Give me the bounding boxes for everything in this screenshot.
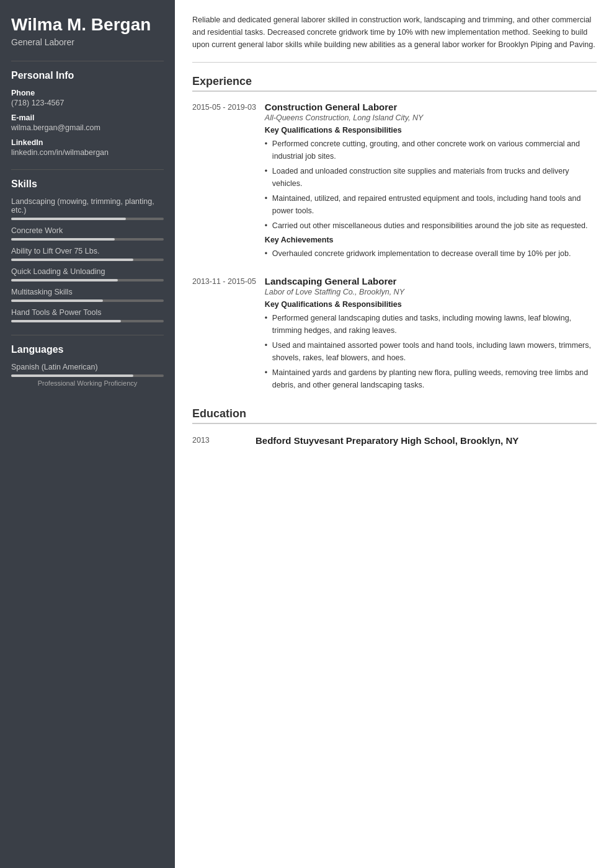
linkedin-value: linkedin.com/in/wilmabergan <box>11 148 164 157</box>
personal-info-heading: Personal Info <box>11 70 164 81</box>
divider-personal <box>11 61 164 61</box>
education-list: 2013Bedford Stuyvesant Preparatory High … <box>192 434 597 447</box>
exp-qualification-item: Carried out other miscellaneous duties a… <box>265 219 597 232</box>
edu-school: Bedford Stuyvesant Preparatory High Scho… <box>256 434 518 447</box>
summary-text: Reliable and dedicated general laborer s… <box>192 14 597 51</box>
edu-date: 2013 <box>192 434 247 447</box>
exp-qualifications-list: Performed general landscaping duties and… <box>265 312 597 391</box>
experience-heading: Experience <box>192 75 597 92</box>
exp-qualification-item: Performed general landscaping duties and… <box>265 312 597 337</box>
candidate-name: Wilma M. Bergan <box>11 15 164 35</box>
personal-info-section: Personal Info Phone (718) 123-4567 E-mai… <box>11 70 164 157</box>
exp-qualifications-label: Key Qualifications & Responsibilities <box>265 300 597 309</box>
phone-value: (718) 123-4567 <box>11 99 164 107</box>
exp-achievement-item: Overhauled concrete gridwork implementat… <box>265 247 597 260</box>
email-label: E-mail <box>11 113 164 122</box>
sidebar: Wilma M. Bergan General Laborer Personal… <box>0 0 175 868</box>
exp-job-title: Construction General Laborer <box>265 102 597 112</box>
exp-content: Construction General LaborerAll-Queens C… <box>265 102 597 262</box>
education-block: 2013Bedford Stuyvesant Preparatory High … <box>192 434 597 447</box>
exp-row: 2013-11 - 2015-05Landscaping General Lab… <box>192 276 597 394</box>
candidate-title: General Laborer <box>11 37 164 47</box>
exp-qualification-item: Maintained, utilized, and repaired entru… <box>265 192 597 217</box>
summary-section: Reliable and dedicated general laborer s… <box>192 14 597 63</box>
skill-bar-bg <box>11 259 164 261</box>
exp-company: Labor of Love Staffing Co., Brooklyn, NY <box>265 288 597 296</box>
skill-bar-bg <box>11 218 164 220</box>
divider-skills <box>11 169 164 170</box>
exp-qualifications-list: Performed concrete cutting, grouting, an… <box>265 138 597 232</box>
language-proficiency: Professional Working Proficiency <box>11 379 164 387</box>
skill-bar-fill <box>11 238 115 241</box>
skill-name: Quick Loading & Unloading <box>11 267 164 276</box>
exp-qualification-item: Maintained yards and gardens by planting… <box>265 366 597 391</box>
language-name: Spanish (Latin American) <box>11 363 164 371</box>
exp-achievements-label: Key Achievements <box>265 236 597 244</box>
divider-languages <box>11 335 164 335</box>
education-section: Education 2013Bedford Stuyvesant Prepara… <box>192 407 597 447</box>
skill-name: Multitasking Skills <box>11 288 164 296</box>
skill-name: Hand Tools & Power Tools <box>11 308 164 317</box>
exp-qualification-item: Loaded and unloaded construction site su… <box>265 165 597 190</box>
skill-bar-fill <box>11 259 133 261</box>
skill-bar-bg <box>11 279 164 281</box>
exp-qualification-item: Used and maintained assorted power tools… <box>265 339 597 364</box>
phone-label: Phone <box>11 89 164 97</box>
skill-bar-bg <box>11 299 164 302</box>
skill-name: Concrete Work <box>11 226 164 235</box>
exp-job-title: Landscaping General Laborer <box>265 276 597 286</box>
experience-list: 2015-05 - 2019-03Construction General La… <box>192 102 597 394</box>
experience-block: 2013-11 - 2015-05Landscaping General Lab… <box>192 276 597 394</box>
languages-heading: Languages <box>11 344 164 355</box>
exp-row: 2015-05 - 2019-03Construction General La… <box>192 102 597 262</box>
experience-block: 2015-05 - 2019-03Construction General La… <box>192 102 597 262</box>
skill-name: Landscaping (mowing, trimming, planting,… <box>11 197 164 215</box>
experience-section: Experience 2015-05 - 2019-03Construction… <box>192 75 597 394</box>
skill-bar-bg <box>11 320 164 322</box>
skill-bar-fill <box>11 299 103 302</box>
exp-company: All-Queens Construction, Long Island Cit… <box>265 113 597 122</box>
main-content: Reliable and dedicated general laborer s… <box>175 0 614 868</box>
exp-achievements-list: Overhauled concrete gridwork implementat… <box>265 247 597 260</box>
language-bar-fill <box>11 374 133 377</box>
skill-bar-fill <box>11 218 126 220</box>
linkedin-label: LinkedIn <box>11 138 164 147</box>
languages-section: Languages Spanish (Latin American)Profes… <box>11 344 164 387</box>
skill-bar-fill <box>11 320 121 322</box>
skills-list: Landscaping (mowing, trimming, planting,… <box>11 197 164 322</box>
languages-list: Spanish (Latin American)Professional Wor… <box>11 363 164 387</box>
skills-section: Skills Landscaping (mowing, trimming, pl… <box>11 179 164 322</box>
summary-divider <box>192 62 597 63</box>
email-value: wilma.bergan@gmail.com <box>11 123 164 132</box>
name-section: Wilma M. Bergan General Laborer <box>11 15 164 47</box>
language-bar-bg <box>11 374 164 377</box>
skill-name: Ability to Lift Over 75 Lbs. <box>11 247 164 255</box>
exp-qualification-item: Performed concrete cutting, grouting, an… <box>265 138 597 162</box>
education-heading: Education <box>192 407 597 424</box>
skill-bar-fill <box>11 279 118 281</box>
skill-bar-bg <box>11 238 164 241</box>
exp-date: 2015-05 - 2019-03 <box>192 102 256 262</box>
exp-content: Landscaping General LaborerLabor of Love… <box>265 276 597 394</box>
skills-heading: Skills <box>11 179 164 190</box>
exp-qualifications-label: Key Qualifications & Responsibilities <box>265 126 597 135</box>
exp-date: 2013-11 - 2015-05 <box>192 276 256 394</box>
